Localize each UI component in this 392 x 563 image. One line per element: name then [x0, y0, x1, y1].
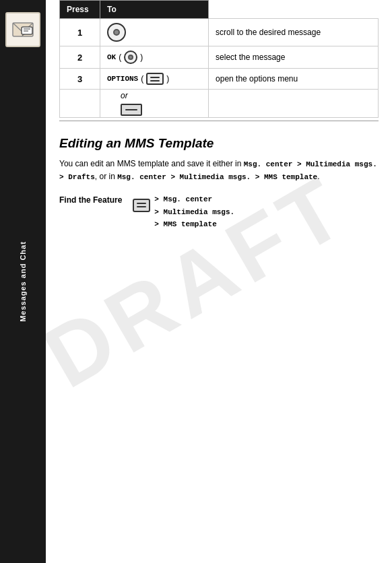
or-row: or [60, 90, 379, 118]
or-label: or [107, 91, 128, 100]
step-number: 2 [60, 46, 100, 69]
sidebar: Messages and Chat [0, 0, 46, 563]
col-to: To [100, 1, 209, 19]
press-label-cell: OK ( ) [100, 46, 209, 69]
ok-inner [128, 55, 133, 60]
instruction-table: Press To 1 scroll to the desired message [59, 0, 379, 118]
section-divider [59, 121, 379, 121]
softkey-line [125, 109, 137, 110]
ok-paren-open: ( [119, 53, 121, 62]
menu-line-1 [150, 77, 160, 78]
find-step-2: > Multimedia msgs. [154, 206, 234, 219]
options-label: OPTIONS [107, 75, 138, 83]
find-feature: Find the Feature > Msg. center > Multime… [59, 193, 379, 231]
find-menu-icon-container [133, 195, 150, 212]
find-menu-line-2 [137, 206, 146, 207]
ok-circle-icon [124, 51, 137, 64]
nav-inner [113, 29, 120, 36]
step-number: 3 [60, 69, 100, 90]
menu-lines [150, 77, 160, 81]
find-steps: > Msg. center > Multimedia msgs. > MMS t… [154, 193, 234, 231]
find-menu-icon [133, 199, 150, 212]
action-cell: open the options menu [209, 69, 379, 90]
ok-label: OK [107, 53, 116, 61]
main-content: Press To 1 scroll to the desired message [46, 0, 392, 563]
path-mms-template: Msg. center > Multimedia msgs. > MMS tem… [117, 173, 317, 181]
table-row: 2 OK ( ) select the message [60, 46, 379, 69]
col-press: Press [60, 1, 100, 19]
or-step-empty [60, 90, 100, 118]
nav-circle-icon [107, 23, 126, 42]
press-options-cell: OPTIONS ( ) [100, 69, 209, 90]
find-menu-lines [137, 203, 146, 207]
find-label-container: Find the Feature [59, 193, 122, 205]
find-step-1: > Msg. center [154, 193, 234, 206]
table-row: 3 OPTIONS ( ) open the opt [60, 69, 379, 90]
menu-line-2 [150, 80, 160, 81]
sidebar-label: Messages and Chat [19, 241, 27, 322]
sidebar-text-container: Messages and Chat [0, 0, 46, 563]
options-menu-icon [146, 73, 164, 85]
or-action-empty [209, 90, 379, 118]
press-icon-cell [100, 19, 209, 46]
find-step-3: > MMS template [154, 218, 234, 231]
find-steps-container: > Msg. center > Multimedia msgs. > MMS t… [133, 193, 234, 231]
step-number: 1 [60, 19, 100, 46]
action-cell: scroll to the desired message [209, 19, 379, 46]
softkey-icon [121, 104, 142, 116]
table-row: 1 scroll to the desired message [60, 19, 379, 46]
find-menu-line-1 [137, 203, 146, 204]
options-paren-close: ) [166, 74, 169, 84]
action-cell: select the message [209, 46, 379, 69]
section-title: Editing an MMS Template [59, 136, 379, 151]
find-feature-label: Find the Feature [59, 194, 122, 205]
ok-paren-close: ) [140, 53, 143, 62]
body-text: You can edit an MMS template and save it… [59, 158, 379, 183]
or-cell: or [100, 90, 209, 118]
options-paren-open: ( [141, 74, 143, 84]
